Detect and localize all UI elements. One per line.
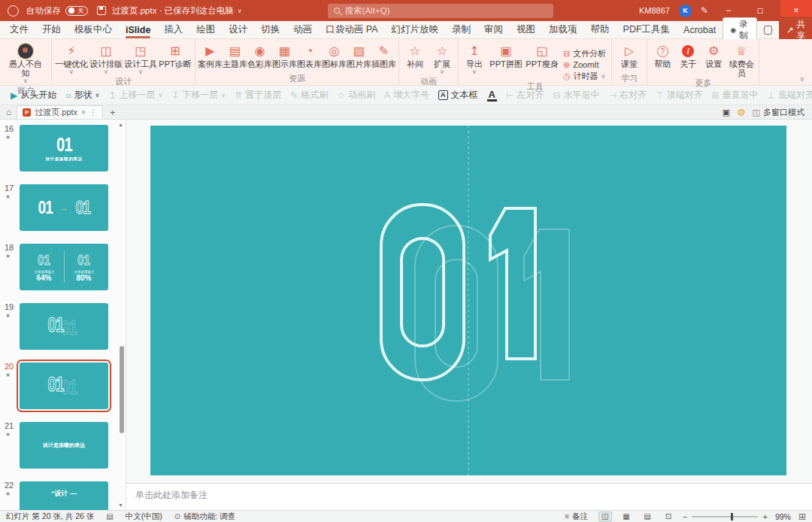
tab-review[interactable]: 审阅 bbox=[477, 21, 510, 39]
settings-button[interactable]: ⚙ 设置 bbox=[701, 43, 726, 68]
plugin-icon[interactable]: ▣ bbox=[723, 108, 730, 117]
tab-record[interactable]: 录制 bbox=[445, 21, 477, 39]
fit-to-window-icon[interactable]: ⊞ bbox=[798, 511, 806, 522]
illustration-library-button[interactable]: ✎ 插图库 bbox=[371, 43, 396, 68]
zoomit-button[interactable]: ⊕ ZoomIt bbox=[563, 59, 598, 70]
diagram-library-button[interactable]: ▦ 图示库 bbox=[272, 43, 297, 68]
tween-button[interactable]: ☆ 补间 bbox=[401, 43, 429, 68]
bring-to-front-button[interactable]: ⇈ 置于顶层 bbox=[230, 89, 286, 102]
tab-islide[interactable]: iSlide bbox=[119, 21, 157, 39]
autosave-toggle[interactable]: 关 bbox=[65, 6, 88, 16]
document-title[interactable]: 过渡页.pptx · 已保存到这台电脑 ∨ bbox=[112, 5, 242, 17]
panel-scrollbar[interactable] bbox=[120, 346, 124, 433]
save-icon[interactable] bbox=[97, 6, 106, 15]
color-library-button[interactable]: ◉ 色彩库 bbox=[247, 43, 272, 68]
home-icon[interactable]: ⌂ bbox=[6, 107, 11, 117]
slide-thumbnail-22[interactable]: “设计 — bbox=[20, 481, 108, 510]
one-click-optimize-button[interactable]: ⚡ 一键优化 ∨ bbox=[54, 43, 89, 76]
send-backward-button[interactable]: ↧ 下移一层 ∨ bbox=[167, 89, 230, 102]
tab-home[interactable]: 开始 bbox=[35, 21, 68, 39]
slide-thumbnail-20-selected[interactable]: 01 01 bbox=[20, 363, 108, 409]
timer-button[interactable]: ◷ 计时器 ∨ bbox=[563, 71, 605, 81]
edit-pencil-icon[interactable]: ✎ bbox=[701, 5, 708, 16]
tab-addins[interactable]: 加载项 bbox=[542, 21, 584, 39]
tab-design[interactable]: 设计 bbox=[222, 21, 254, 39]
align-middle-button[interactable]: ⊞ 垂直居中 bbox=[707, 89, 762, 102]
accessibility-button[interactable]: ⊙ 辅助功能: 调查 bbox=[174, 511, 235, 522]
scroll-down-icon[interactable]: ▼ bbox=[118, 502, 123, 508]
ppt-diagnose-button[interactable]: ⊞ PPT诊断 bbox=[158, 43, 192, 68]
spellcheck-button[interactable]: ▤ bbox=[106, 512, 113, 520]
tab-insert[interactable]: 插入 bbox=[157, 21, 189, 39]
align-bottom-button[interactable]: ⊥ 底端对齐 bbox=[762, 89, 812, 102]
account-button[interactable]: 愚人不自知 ∨ bbox=[2, 43, 49, 85]
font-color-button[interactable]: A bbox=[483, 90, 501, 102]
scroll-up-icon[interactable]: ▲ bbox=[118, 122, 123, 127]
slide-thumbnail-21[interactable]: 设计是温暖的表达 bbox=[20, 422, 108, 469]
multi-window-mode-button[interactable]: ◫ 多窗口模式 bbox=[753, 107, 804, 118]
notes-toggle-button[interactable]: ≡ 备注 bbox=[565, 511, 588, 522]
reading-view-button[interactable]: ▤ bbox=[641, 511, 654, 522]
slide-thumbnail-18[interactable]: 01 文本标题标注 64% 01 文本标题标注 80% bbox=[20, 244, 108, 290]
slideshow-view-button[interactable]: ⊡ bbox=[662, 511, 675, 522]
textbox-button[interactable]: A 文本框 bbox=[434, 89, 483, 102]
search-input[interactable]: 搜索(Alt+Q) bbox=[328, 4, 553, 18]
format-painter-button[interactable]: ✎ 格式刷 bbox=[286, 89, 332, 102]
zoom-level[interactable]: 99% bbox=[775, 512, 791, 521]
increase-font-button[interactable]: A 增大字号 bbox=[380, 89, 434, 102]
slide-sorter-view-button[interactable]: ▦ bbox=[620, 511, 633, 522]
zoom-in-icon[interactable]: + bbox=[762, 512, 767, 521]
align-center-button[interactable]: ⊟ 水平居中 bbox=[548, 89, 604, 102]
language-button[interactable]: 中文(中国) bbox=[126, 511, 162, 522]
animation-painter-button[interactable]: ☆ 动画刷 bbox=[332, 89, 380, 102]
tab-animations[interactable]: 动画 bbox=[286, 21, 319, 39]
tab-transitions[interactable]: 切换 bbox=[254, 21, 286, 39]
slide-canvas[interactable] bbox=[150, 126, 786, 475]
zoom-slider[interactable]: − + bbox=[683, 512, 768, 521]
app-icon[interactable] bbox=[8, 5, 19, 17]
slide-thumbnail-19[interactable]: 01 01 bbox=[20, 303, 108, 350]
tab-close-icon[interactable]: × bbox=[81, 108, 86, 117]
image-library-button[interactable]: ▧ 图片库 bbox=[347, 43, 371, 68]
tab-file[interactable]: 文件 bbox=[3, 21, 35, 39]
tab-help[interactable]: 帮助 bbox=[584, 21, 617, 39]
align-top-button[interactable]: ⊤ 顶端对齐 bbox=[651, 89, 707, 102]
tab-slideshow[interactable]: 幻灯片放映 bbox=[385, 21, 446, 39]
comments-icon[interactable] bbox=[764, 26, 772, 35]
settings-gear-icon[interactable]: ⚙ bbox=[737, 107, 746, 118]
ribbon-collapse-button[interactable]: ∨ bbox=[799, 75, 804, 83]
tab-view[interactable]: 视图 bbox=[510, 21, 542, 39]
icon-library-button[interactable]: ◎ 图标库 bbox=[322, 43, 347, 68]
export-button[interactable]: ↥ 导出 ∨ bbox=[461, 43, 488, 76]
shapes-button[interactable]: ○ 形状 ∨ bbox=[61, 89, 104, 102]
file-analysis-button[interactable]: ⊟ 文件分析 bbox=[563, 48, 606, 59]
zoom-out-icon[interactable]: − bbox=[683, 512, 687, 521]
slide-thumbnail-17[interactable]: 01 → 01 bbox=[20, 184, 108, 231]
slide-thumbnail-16[interactable]: 01 设计是温暖的表达 bbox=[20, 125, 108, 171]
tab-menu-icon[interactable]: ⋮ bbox=[89, 108, 97, 117]
help-button[interactable]: ? 帮助 bbox=[650, 43, 675, 68]
user-avatar[interactable]: K bbox=[679, 5, 692, 17]
align-right-button[interactable]: ⊣ 右对齐 bbox=[604, 89, 651, 102]
case-library-button[interactable]: ▶ 案例库 bbox=[198, 43, 223, 68]
tab-pdf-tools[interactable]: PDF工具集 bbox=[617, 21, 677, 39]
tab-template-center[interactable]: 模板中心 bbox=[68, 21, 119, 39]
design-tools-button[interactable]: ◳ 设计工具 ∨ bbox=[123, 43, 158, 76]
chart-library-button[interactable]: ◔ 图表库 bbox=[297, 43, 322, 68]
about-button[interactable]: i 关于 bbox=[675, 43, 701, 68]
document-tab[interactable]: P 过渡页.pptx × ⋮ bbox=[17, 105, 103, 119]
theme-library-button[interactable]: ▤ 主题库 bbox=[223, 43, 247, 68]
zoom-slider-thumb[interactable] bbox=[731, 513, 733, 520]
ppt-slim-button[interactable]: ◱ PPT瘦身 bbox=[524, 43, 560, 68]
autosave-control[interactable]: 自动保存 关 bbox=[26, 5, 88, 17]
bring-forward-button[interactable]: ↥ 上移一层 ∨ bbox=[104, 89, 167, 102]
extend-button[interactable]: ☆ 扩展 ∨ bbox=[429, 43, 456, 76]
tab-acrobat[interactable]: Acrobat bbox=[677, 21, 723, 39]
design-layout-button[interactable]: ◫ 设计排版 ∨ bbox=[89, 43, 123, 76]
tab-draw[interactable]: 绘图 bbox=[189, 21, 222, 39]
renew-membership-button[interactable]: ♕ 续费会员 bbox=[726, 43, 756, 77]
tab-pocket-animation[interactable]: 口袋动画 PA bbox=[319, 21, 384, 39]
normal-view-button[interactable]: ◫ bbox=[598, 511, 612, 522]
ppt-puzzle-button[interactable]: ▣ PPT拼图 bbox=[488, 43, 524, 68]
notes-input[interactable]: 单击此处添加备注 bbox=[126, 483, 812, 510]
